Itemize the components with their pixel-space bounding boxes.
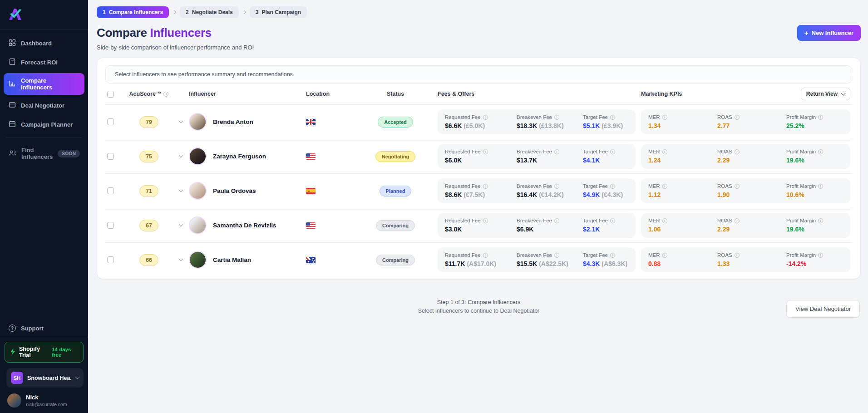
influencer-avatar <box>189 251 207 269</box>
info-icon[interactable] <box>554 218 559 223</box>
info-icon[interactable] <box>662 218 667 223</box>
row-checkbox[interactable] <box>107 187 114 194</box>
influencer-name[interactable]: Samantha De Reviziis <box>213 222 276 229</box>
shopify-trial-banner[interactable]: Shopify Trial 14 days free <box>5 342 84 363</box>
kpis-panel: MER 1.06 ROAS 2.29 Profit Margin 19.6% <box>641 213 850 238</box>
info-icon[interactable] <box>610 115 615 120</box>
info-icon[interactable] <box>818 218 823 223</box>
step-compare-influencers[interactable]: 1 Compare Influencers <box>97 6 169 18</box>
sidebar-item-support[interactable]: Support <box>0 320 88 337</box>
mer-metric: MER 1.34 <box>648 114 717 129</box>
influencer-name[interactable]: Zarayna Ferguson <box>213 153 266 160</box>
sidebar-item-find-influencers[interactable]: Find Influencers SOON <box>4 143 84 164</box>
profit-margin-metric: Profit Margin 19.6% <box>786 149 843 164</box>
fees-panel: Requested Fee $6.6K(£5.0K) Breakeven Fee… <box>438 109 636 134</box>
view-deal-negotiator-button[interactable]: View Deal Negotiator <box>786 300 860 318</box>
requested-fee-metric: Requested Fee $6.0K <box>445 149 517 164</box>
info-icon[interactable] <box>818 115 823 120</box>
expand-chevron-icon[interactable] <box>178 119 183 123</box>
info-icon[interactable] <box>610 149 615 154</box>
view-select[interactable]: Return View <box>801 88 850 100</box>
info-icon[interactable] <box>610 253 615 258</box>
step-negotiate-deals[interactable]: 2 Negotiate Deals <box>180 6 239 18</box>
roas-metric: ROAS 2.77 <box>717 114 786 129</box>
profit-margin-label: Profit Margin <box>786 183 816 189</box>
info-icon[interactable] <box>163 92 168 97</box>
sidebar-item-compare-influencers[interactable]: Compare Influencers <box>4 73 84 95</box>
row-checkbox[interactable] <box>107 153 114 160</box>
expand-chevron-icon[interactable] <box>178 188 183 192</box>
info-icon[interactable] <box>554 253 559 258</box>
sidebar-divider <box>0 337 88 337</box>
profit-margin-label: Profit Margin <box>786 218 816 223</box>
info-icon[interactable] <box>554 115 559 120</box>
chevron-down-icon <box>75 375 80 379</box>
info-icon[interactable] <box>818 149 823 154</box>
influencer-name[interactable]: Brenda Anton <box>213 118 253 125</box>
new-influencer-button[interactable]: New Influencer <box>797 25 861 41</box>
requested-fee-value: $6.0K <box>445 157 462 164</box>
info-icon[interactable] <box>735 253 740 258</box>
row-checkbox[interactable] <box>107 118 114 125</box>
target-fee-label: Target Fee <box>583 183 608 189</box>
select-all-checkbox[interactable] <box>107 91 114 98</box>
column-influencer: Influencer <box>189 91 300 97</box>
breakeven-fee-value: $18.3K <box>517 122 537 129</box>
target-fee-metric: Target Fee $4.1K <box>583 149 628 164</box>
step-hint-text: Select influencers to continue to Deal N… <box>97 307 861 315</box>
target-fee-alt: (A$6.3K) <box>602 260 627 267</box>
row-checkbox[interactable] <box>107 256 114 263</box>
target-fee-label: Target Fee <box>583 114 608 120</box>
app-logo[interactable] <box>0 0 88 29</box>
profit-margin-value: 19.6% <box>786 157 843 164</box>
calendar-icon <box>9 120 16 129</box>
expand-chevron-icon[interactable] <box>178 257 183 261</box>
roas-label: ROAS <box>717 114 732 120</box>
target-fee-metric: Target Fee $4.9K(€4.3K) <box>583 183 628 198</box>
mer-label: MER <box>648 252 660 258</box>
user-name: Nick <box>26 394 67 401</box>
info-icon[interactable] <box>483 149 488 154</box>
main-content: 1 Compare Influencers 2 Negotiate Deals … <box>88 0 868 413</box>
roas-value: 2.77 <box>717 122 786 129</box>
sidebar-item-dashboard[interactable]: Dashboard <box>4 35 84 52</box>
influencer-name[interactable]: Cartia Mallan <box>213 256 251 263</box>
info-icon[interactable] <box>735 149 740 154</box>
info-icon[interactable] <box>483 115 488 120</box>
info-icon[interactable] <box>662 115 667 120</box>
row-checkbox[interactable] <box>107 222 114 229</box>
info-icon[interactable] <box>818 184 823 189</box>
target-fee-label: Target Fee <box>583 149 608 154</box>
info-icon[interactable] <box>610 218 615 223</box>
info-icon[interactable] <box>483 253 488 258</box>
info-icon[interactable] <box>735 184 740 189</box>
info-icon[interactable] <box>483 184 488 189</box>
step-plan-campaign[interactable]: 3 Plan Campaign <box>250 6 307 18</box>
influencer-name[interactable]: Paula Ordovás <box>213 187 256 194</box>
info-icon[interactable] <box>735 115 740 120</box>
info-icon[interactable] <box>662 184 667 189</box>
info-icon[interactable] <box>735 218 740 223</box>
table-row: 66 Cartia Mallan Comparing Requested Fee… <box>105 242 852 277</box>
expand-chevron-icon[interactable] <box>178 222 183 227</box>
kpis-panel: MER 1.24 ROAS 2.29 Profit Margin 19.6% <box>641 144 850 169</box>
info-icon[interactable] <box>554 184 559 189</box>
sidebar-item-forecast-roi[interactable]: Forecast ROI <box>4 54 84 71</box>
info-icon[interactable] <box>818 253 823 258</box>
user-menu[interactable]: Nick nick@acurrate.com <box>0 388 88 408</box>
influencer-avatar <box>189 113 207 131</box>
info-icon[interactable] <box>554 149 559 154</box>
info-icon[interactable] <box>483 218 488 223</box>
sidebar-item-label: Dashboard <box>21 40 52 47</box>
info-icon[interactable] <box>610 184 615 189</box>
info-icon[interactable] <box>662 253 667 258</box>
plus-icon <box>804 29 809 37</box>
acuscore-badge: 75 <box>139 151 158 162</box>
target-fee-label: Target Fee <box>583 218 608 223</box>
roas-value: 1.33 <box>717 260 786 267</box>
sidebar-item-campaign-planner[interactable]: Campaign Planner <box>4 116 84 133</box>
workspace-switcher[interactable]: SH Snowboard Hea... <box>6 368 84 388</box>
sidebar-item-deal-negotiator[interactable]: Deal Negotiator <box>4 97 84 114</box>
expand-chevron-icon[interactable] <box>178 153 183 158</box>
info-icon[interactable] <box>662 149 667 154</box>
